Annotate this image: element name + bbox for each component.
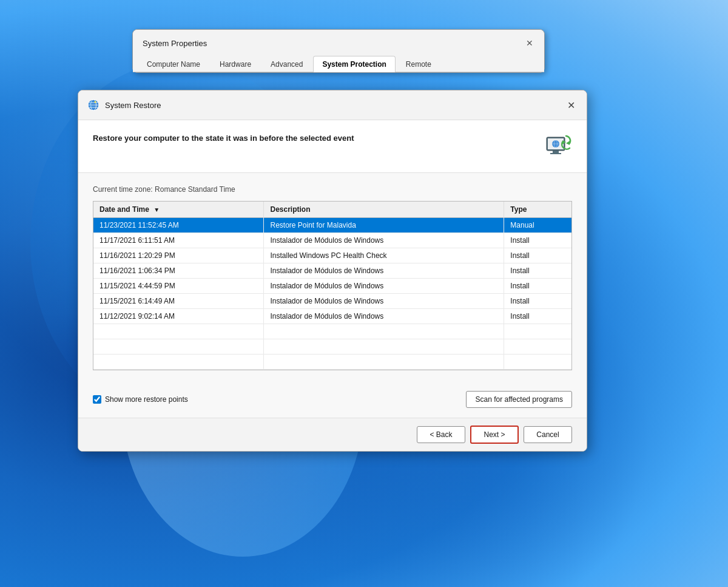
restore-content: Current time zone: Romance Standard Time… [78, 173, 587, 391]
restore-close-button[interactable]: ✕ [562, 97, 579, 114]
restore-header: Restore your computer to the state it wa… [78, 120, 587, 173]
cell-date: 11/15/2021 6:14:49 AM [93, 294, 264, 309]
back-button[interactable]: < Back [417, 426, 465, 443]
tab-hardware[interactable]: Hardware [211, 56, 260, 72]
cell-type: Manual [504, 218, 571, 233]
table-row[interactable]: 11/23/2021 11:52:45 AMRestore Point for … [93, 218, 571, 233]
restore-header-icon [542, 132, 572, 163]
restore-dialog-title: System Restore [105, 101, 161, 110]
show-more-row: Show more restore points [93, 395, 188, 404]
system-properties-tabs: Computer Name Hardware Advanced System P… [133, 55, 544, 72]
restore-points-table: Date and Time ▼ Description Type 11/23/2… [93, 202, 571, 370]
cell-description: Instalador de Módulos de Windows [264, 263, 504, 279]
table-row-empty [93, 339, 571, 355]
table-header-row: Date and Time ▼ Description Type [93, 202, 571, 218]
cell-description: Instalador de Módulos de Windows [264, 294, 504, 309]
system-restore-dialog: System Restore ✕ Restore your computer t… [78, 90, 587, 452]
restore-footer: < Back Next > Cancel [78, 418, 587, 451]
show-more-checkbox[interactable] [93, 395, 101, 404]
table-row[interactable]: 11/15/2021 6:14:49 AMInstalador de Módul… [93, 294, 571, 309]
tab-computer-name[interactable]: Computer Name [138, 56, 209, 72]
show-more-label: Show more restore points [105, 395, 188, 404]
system-properties-close-button[interactable]: ✕ [522, 36, 537, 50]
table-row[interactable]: 11/15/2021 4:44:59 PMInstalador de Módul… [93, 279, 571, 294]
cell-description: Instalador de Módulos de Windows [264, 279, 504, 294]
cell-date: 11/12/2021 9:02:14 AM [93, 309, 264, 324]
cell-date: 11/16/2021 1:20:29 PM [93, 248, 264, 263]
svg-marker-14 [566, 141, 570, 145]
col-header-type[interactable]: Type [504, 202, 571, 218]
cell-description: Restore Point for Malavida [264, 218, 504, 233]
sort-arrow-icon: ▼ [153, 206, 160, 213]
cell-type: Install [504, 248, 571, 263]
restore-header-text: Restore your computer to the state it wa… [93, 132, 354, 144]
table-row[interactable]: 11/12/2021 9:02:14 AMInstalador de Módul… [93, 309, 571, 324]
cell-description: Instalador de Módulos de Windows [264, 233, 504, 248]
system-properties-dialog: System Properties ✕ Computer Name Hardwa… [132, 29, 545, 73]
table-row[interactable]: 11/16/2021 1:20:29 PMInstalled Windows P… [93, 248, 571, 263]
cell-type: Install [504, 233, 571, 248]
system-properties-title: System Properties [143, 39, 207, 48]
svg-rect-9 [553, 151, 559, 153]
table-row[interactable]: 11/17/2021 6:11:51 AMInstalador de Módul… [93, 233, 571, 248]
cell-type: Install [504, 309, 571, 324]
cell-description: Installed Windows PC Health Check [264, 248, 504, 263]
table-row-empty [93, 324, 571, 339]
restore-points-table-container: Date and Time ▼ Description Type 11/23/2… [93, 201, 572, 370]
cell-description: Instalador de Módulos de Windows [264, 309, 504, 324]
col-header-date[interactable]: Date and Time ▼ [93, 202, 264, 218]
cell-date: 11/17/2021 6:11:51 AM [93, 233, 264, 248]
table-row[interactable]: 11/16/2021 1:06:34 PMInstalador de Módul… [93, 263, 571, 279]
table-row-empty [93, 355, 571, 370]
cell-type: Install [504, 279, 571, 294]
cell-date: 11/23/2021 11:52:45 AM [93, 218, 264, 233]
restore-titlebar: System Restore ✕ [78, 90, 587, 120]
next-button[interactable]: Next > [470, 426, 519, 444]
col-header-description[interactable]: Description [264, 202, 504, 218]
timezone-label: Current time zone: Romance Standard Time [93, 185, 572, 194]
system-restore-icon [87, 98, 100, 112]
cell-type: Install [504, 263, 571, 279]
scan-affected-programs-button[interactable]: Scan for affected programs [466, 391, 572, 408]
tab-remote[interactable]: Remote [397, 56, 440, 72]
cell-date: 11/15/2021 4:44:59 PM [93, 279, 264, 294]
cancel-button[interactable]: Cancel [524, 426, 572, 443]
tab-advanced[interactable]: Advanced [261, 56, 312, 72]
cell-date: 11/16/2021 1:06:34 PM [93, 263, 264, 279]
restore-titlebar-left: System Restore [87, 98, 161, 112]
svg-rect-10 [550, 153, 561, 154]
restore-bottom-row: Show more restore points Scan for affect… [78, 391, 587, 418]
system-properties-titlebar: System Properties ✕ [133, 30, 544, 55]
tab-system-protection[interactable]: System Protection [313, 56, 395, 72]
cell-type: Install [504, 294, 571, 309]
